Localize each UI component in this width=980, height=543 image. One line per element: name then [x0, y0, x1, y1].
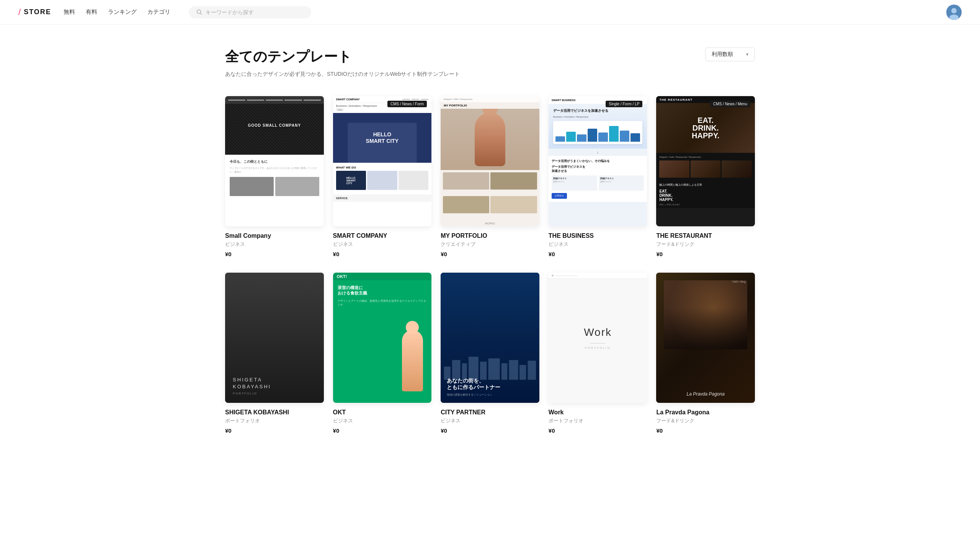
template-thumb-smart-company: CMS / News / Form SMART COMPANY Business… — [333, 96, 432, 226]
template-thumb-shigeta: SHIGETAKOBAYASHI PORTFOLIO — [225, 273, 324, 403]
template-card-food[interactable]: CMS / Blog La Pravda Pagona La Pravda Pa… — [656, 273, 755, 434]
search-bar[interactable] — [189, 6, 311, 18]
template-name: La Pravda Pagona — [656, 409, 755, 416]
nav-paid[interactable]: 有料 — [86, 8, 97, 16]
template-price: ¥0 — [549, 427, 647, 434]
page-subtitle: あなたに合ったデザインが必ず見つかる、STUDIOだけのオリジナルWebサイト制… — [225, 71, 460, 78]
main-nav: 無料 有料 ランキング カテゴリ — [64, 8, 170, 16]
template-card-city[interactable]: あなたの街を、ともに作るパートナー 地域の課題を解決するソリューション CITY… — [441, 273, 539, 434]
pf-title: MY PORTFOLIO — [441, 102, 539, 109]
pf-tag: Elegant / CMS / Responsive — [444, 98, 472, 100]
template-card-small-company[interactable]: GOOD SMALL COMPANY 今日も、この街とともに テンプレートのデモ… — [225, 96, 324, 257]
template-name: Small Company — [225, 232, 324, 239]
template-price: ¥0 — [225, 427, 324, 434]
template-card-smart-company[interactable]: CMS / News / Form SMART COMPANY Business… — [333, 96, 432, 257]
logo[interactable]: / STORE — [18, 7, 51, 17]
template-badge: CMS / News / Form — [387, 101, 427, 107]
template-category: フード&ドリンク — [656, 241, 755, 248]
template-thumb-food: CMS / Blog La Pravda Pagona — [656, 273, 755, 403]
page-header: 全てのテンプレート あなたに合ったデザインが必ず見つかる、STUDIOだけのオリ… — [225, 47, 755, 78]
template-category: ポートフォリオ — [549, 417, 647, 424]
template-card-work[interactable]: Work PORTFOLIO Work ポートフォリオ ¥0 — [549, 273, 647, 434]
template-grid: GOOD SMALL COMPANY 今日も、この街とともに テンプレートのデモ… — [225, 96, 755, 434]
template-price: ¥0 — [656, 251, 755, 257]
template-price: ¥0 — [549, 251, 647, 257]
template-category: ビジネス — [333, 417, 432, 424]
template-name: THE BUSINESS — [549, 232, 647, 239]
template-category: フード&ドリンク — [656, 417, 755, 424]
template-name: SHIGETA KOBAYASHI — [225, 409, 324, 416]
template-price: ¥0 — [441, 251, 539, 257]
template-category: ポートフォリオ — [225, 417, 324, 424]
search-icon — [196, 9, 203, 15]
search-input[interactable] — [206, 9, 304, 15]
template-thumb-business: Single / Form / LP SMART BUSINESS データ活用で… — [549, 96, 647, 226]
logo-text: STORE — [24, 8, 51, 16]
sc-logo: SMART COMPANY — [336, 98, 360, 101]
svg-point-3 — [951, 8, 957, 13]
page-title-area: 全てのテンプレート あなたに合ったデザインが必ず見つかる、STUDIOだけのオリ… — [225, 47, 460, 78]
template-price: ¥0 — [333, 427, 432, 434]
template-category: クリエイティブ — [441, 241, 539, 248]
chevron-down-icon: ▾ — [746, 52, 748, 57]
nav-ranking[interactable]: ランキング — [108, 8, 137, 16]
svg-line-1 — [200, 13, 202, 15]
template-badge: Single / Form / LP — [606, 101, 642, 107]
template-name: THE RESTAURANT — [656, 232, 755, 239]
template-category: ビジネス — [225, 241, 324, 248]
work-title-text: Work — [584, 326, 612, 339]
template-thumb-work: Work PORTFOLIO — [549, 273, 647, 403]
template-card-okt[interactable]: OKT! 茶室の構造における食欲主義 デザインとアートの融合、創造性と革新性を追… — [333, 273, 432, 434]
template-category: ビジネス — [441, 417, 539, 424]
city-title: あなたの街を、ともに作るパートナー — [447, 378, 533, 391]
sort-dropdown[interactable]: 利用数順 ▾ — [705, 47, 755, 61]
user-avatar[interactable] — [946, 5, 962, 20]
okt-logo: OKT! — [337, 274, 347, 279]
template-category: ビジネス — [549, 241, 647, 248]
template-thumb-city: あなたの街を、ともに作るパートナー 地域の課題を解決するソリューション — [441, 273, 539, 403]
header: / STORE 無料 有料 ランキング カテゴリ — [0, 0, 980, 25]
main-content: 全てのテンプレート あなたに合ったデザインが必ず見つかる、STUDIOだけのオリ… — [207, 25, 773, 464]
template-price: ¥0 — [333, 251, 432, 257]
template-name: MY PORTFOLIO — [441, 232, 539, 239]
template-card-restaurant[interactable]: CMS / News / Menu THE RESTAURANT EAT.DRI… — [656, 96, 755, 257]
food-logo-text: La Pravda Pagona — [656, 391, 755, 397]
template-name: OKT — [333, 409, 432, 416]
template-thumb-restaurant: CMS / News / Menu THE RESTAURANT EAT.DRI… — [656, 96, 755, 226]
template-name: CITY PARTNER — [441, 409, 539, 416]
template-price: ¥0 — [225, 251, 324, 257]
sort-label: 利用数順 — [712, 51, 733, 58]
nav-free[interactable]: 無料 — [64, 8, 75, 16]
template-price: ¥0 — [656, 427, 755, 434]
pf-works: WORKS — [441, 221, 539, 226]
nav-category[interactable]: カテゴリ — [147, 8, 170, 16]
template-thumb-small-company: GOOD SMALL COMPANY 今日も、この街とともに テンプレートのデモ… — [225, 96, 324, 226]
template-card-business[interactable]: Single / Form / LP SMART BUSINESS データ活用で… — [549, 96, 647, 257]
template-card-portfolio[interactable]: Elegant / CMS / Responsive MY PORTFOLIO — [441, 96, 539, 257]
template-card-shigeta[interactable]: SHIGETAKOBAYASHI PORTFOLIO SHIGETA KOBAY… — [225, 273, 324, 434]
logo-slash: / — [18, 7, 21, 17]
template-thumb-okt: OKT! 茶室の構造における食欲主義 デザインとアートの融合、創造性と革新性を追… — [333, 273, 432, 403]
template-name: SMART COMPANY — [333, 232, 432, 239]
template-category: ビジネス — [333, 241, 432, 248]
work-top-bar — [549, 273, 647, 279]
template-badge: CMS / News / Menu — [710, 101, 750, 107]
page-title: 全てのテンプレート — [225, 47, 460, 66]
template-thumb-portfolio: Elegant / CMS / Responsive MY PORTFOLIO — [441, 96, 539, 226]
template-name: Work — [549, 409, 647, 416]
template-price: ¥0 — [441, 427, 539, 434]
